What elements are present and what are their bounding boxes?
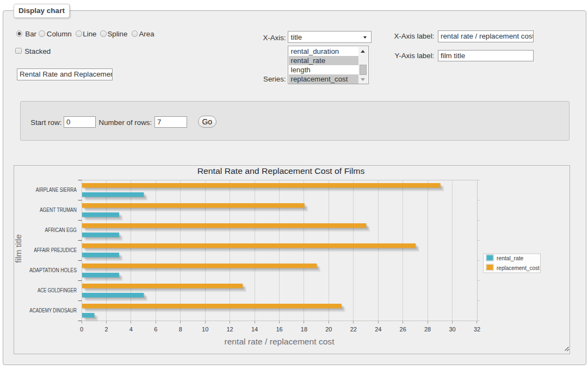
svg-text:4: 4 <box>129 326 133 333</box>
svg-text:ADAPTATION HOLES: ADAPTATION HOLES <box>29 267 77 273</box>
svg-text:ACADEMY DINOSAUR: ACADEMY DINOSAUR <box>29 308 77 313</box>
svg-text:32: 32 <box>474 326 480 333</box>
svg-text:6: 6 <box>154 326 157 333</box>
svg-text:rental rate / replacement cost: rental rate / replacement cost <box>225 337 335 346</box>
svg-text:AIRPLANE SIERRA: AIRPLANE SIERRA <box>36 187 77 193</box>
svg-text:18: 18 <box>301 326 307 333</box>
svg-text:0: 0 <box>80 326 83 333</box>
svg-text:replacement_cost: replacement_cost <box>497 265 540 271</box>
svg-text:22: 22 <box>350 326 357 333</box>
svg-text:ACE GOLDFINGER: ACE GOLDFINGER <box>38 287 77 293</box>
svg-text:Rental Rate and Replacement Co: Rental Rate and Replacement Cost of Film… <box>197 166 365 175</box>
svg-text:16: 16 <box>276 326 282 333</box>
svg-text:8: 8 <box>179 326 182 333</box>
svg-text:AFFAIR PREJUDICE: AFFAIR PREJUDICE <box>34 247 77 253</box>
svg-text:film title: film title <box>14 234 23 263</box>
svg-text:AFRICAN EGG: AFRICAN EGG <box>45 227 77 233</box>
svg-text:AGENT TRUMAN: AGENT TRUMAN <box>40 207 77 213</box>
svg-text:30: 30 <box>449 326 455 333</box>
svg-text:12: 12 <box>226 326 233 333</box>
svg-text:26: 26 <box>400 326 406 333</box>
svg-text:24: 24 <box>375 326 381 333</box>
svg-text:28: 28 <box>424 326 431 333</box>
svg-text:10: 10 <box>202 326 208 333</box>
svg-text:20: 20 <box>325 326 332 333</box>
svg-text:14: 14 <box>251 326 258 333</box>
svg-text:rental_rate: rental_rate <box>497 255 523 261</box>
svg-text:2: 2 <box>104 326 108 333</box>
